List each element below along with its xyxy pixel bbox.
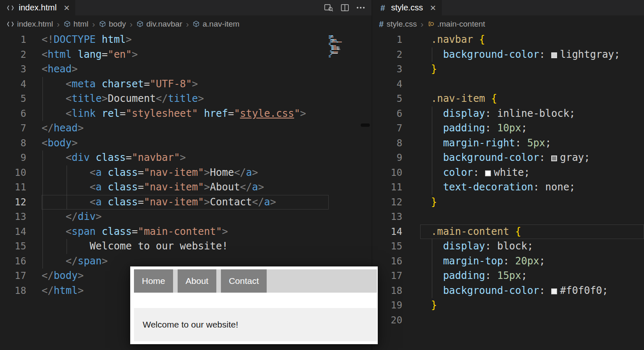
- token: :: [503, 255, 515, 267]
- line-number: 12: [372, 195, 402, 210]
- preview-main-content: Welcome to our website!: [134, 308, 377, 341]
- code-line-3[interactable]: <head>: [42, 62, 329, 77]
- code-line-11[interactable]: <a class="nav-item">About</a>: [42, 180, 329, 195]
- preview-nav-about[interactable]: About: [178, 269, 216, 293]
- code-line-7[interactable]: padding: 10px;: [420, 121, 644, 136]
- token: a: [96, 196, 102, 208]
- split-editor-icon[interactable]: [341, 4, 349, 12]
- color-swatch[interactable]: [551, 155, 557, 161]
- code-line-6[interactable]: display: inline-block;: [420, 106, 644, 121]
- token: {: [491, 93, 497, 104]
- token: background-color: [443, 152, 539, 163]
- color-swatch[interactable]: [551, 52, 557, 58]
- code-line-8[interactable]: margin-right: 5px;: [420, 136, 644, 151]
- code-line-6[interactable]: <link rel="stylesheet" href="style.css">: [42, 106, 329, 121]
- close-tab-icon[interactable]: ×: [64, 3, 69, 13]
- code-line-14[interactable]: .main-content {: [420, 224, 644, 239]
- code-line-10[interactable]: <a class="nav-item">Home</a>: [42, 165, 329, 180]
- close-tab-icon[interactable]: ×: [430, 3, 436, 13]
- code-line-20[interactable]: [420, 313, 644, 328]
- code-line-4[interactable]: [420, 77, 644, 92]
- code-line-15[interactable]: display: block;: [420, 239, 644, 254]
- code-line-18[interactable]: background-color: #f0f0f0;: [420, 283, 644, 298]
- breadcrumb-item[interactable]: html: [64, 20, 89, 29]
- color-swatch[interactable]: [485, 170, 491, 176]
- code-line-3[interactable]: }: [420, 62, 644, 77]
- token: >: [252, 167, 258, 178]
- breadcrumb-item[interactable]: a.nav-item: [193, 20, 240, 29]
- code-line-17[interactable]: padding: 15px;: [420, 269, 644, 283]
- breadcrumb: #style.css›.main-content: [372, 15, 644, 32]
- scrollbar-mark[interactable]: [361, 123, 370, 127]
- token: >: [222, 226, 228, 237]
- token: class: [102, 196, 138, 208]
- code-line-5[interactable]: .nav-item {: [420, 91, 644, 106]
- token: Home: [210, 167, 234, 178]
- token: a: [246, 167, 252, 178]
- indent-guide: [42, 106, 43, 121]
- color-swatch[interactable]: [551, 288, 557, 294]
- token: .main-content: [431, 226, 509, 237]
- token: head: [47, 63, 72, 75]
- minimap-line: [329, 38, 359, 39]
- breadcrumb-item[interactable]: .main-content: [427, 20, 485, 29]
- tab-style-css[interactable]: # style.css ×: [372, 0, 442, 15]
- code-line-2[interactable]: background-color: lightgray;: [420, 47, 644, 62]
- line-number: 17: [0, 269, 26, 283]
- token: <: [42, 137, 47, 149]
- indent-guide: [432, 283, 432, 298]
- code-line-14[interactable]: <span class="main-content">: [42, 224, 329, 239]
- code-line-13[interactable]: </div>: [42, 210, 329, 224]
- code-line-13[interactable]: [420, 210, 644, 224]
- token: >: [78, 122, 84, 134]
- open-preview-icon[interactable]: [324, 4, 333, 12]
- code-line-9[interactable]: background-color: gray;: [420, 150, 644, 165]
- token: [42, 181, 90, 193]
- preview-nav-home[interactable]: Home: [134, 269, 173, 293]
- tab-index-html[interactable]: index.html ×: [0, 0, 75, 15]
- tab-bar-left: index.html ×: [0, 0, 372, 15]
- token: :: [485, 122, 497, 134]
- token: ;: [539, 255, 545, 267]
- code-line-8[interactable]: <body>: [42, 136, 329, 151]
- code-line-1[interactable]: .navbar {: [420, 32, 644, 47]
- code-line-11[interactable]: text-decoration: none;: [420, 180, 644, 195]
- minimap-line: [329, 35, 359, 36]
- breadcrumb-item[interactable]: body: [99, 20, 126, 29]
- token: [42, 93, 66, 104]
- code-line-12[interactable]: <a class="nav-item">Contact</a>: [42, 195, 329, 210]
- code-lines[interactable]: .navbar { background-color: lightgray;}.…: [420, 32, 644, 350]
- code-line-4[interactable]: <meta charset="UTF-8">: [42, 77, 329, 92]
- token: span: [72, 226, 96, 237]
- indent-guide: [42, 165, 43, 180]
- code-line-12[interactable]: }: [420, 195, 644, 210]
- token: [431, 181, 443, 193]
- code-line-19[interactable]: }: [420, 298, 644, 313]
- breadcrumb-item[interactable]: index.html: [7, 20, 53, 29]
- token: >: [102, 93, 108, 104]
- token: [42, 108, 66, 119]
- breadcrumb-item[interactable]: #style.css: [379, 20, 417, 29]
- code-line-15[interactable]: Welcome to our website!: [42, 239, 329, 254]
- code-line-10[interactable]: color: white;: [420, 165, 644, 180]
- breadcrumb-item[interactable]: div.navbar: [136, 20, 182, 29]
- browser-preview-window: HomeAboutContact Welcome to our website!: [130, 266, 378, 344]
- code-line-7[interactable]: </head>: [42, 121, 329, 136]
- token: "navbar": [132, 152, 180, 163]
- more-actions-icon[interactable]: [357, 7, 365, 9]
- code-line-5[interactable]: <title>Document</title>: [42, 91, 329, 106]
- preview-nav-contact[interactable]: Contact: [221, 269, 267, 293]
- indent-guide: [42, 195, 43, 210]
- code-line-16[interactable]: margin-top: 20px;: [420, 254, 644, 269]
- symbol-cube-icon: [136, 20, 144, 27]
- minimap-line: [329, 55, 359, 56]
- code-line-1[interactable]: <!DOCTYPE html>: [42, 32, 329, 47]
- symbol-cube-icon: [64, 20, 71, 27]
- token: 5px: [527, 137, 545, 149]
- token: title: [72, 93, 102, 104]
- minimap-token: [334, 52, 338, 52]
- code-line-2[interactable]: <html lang="en">: [42, 47, 329, 62]
- code-line-9[interactable]: <div class="navbar">: [42, 150, 329, 165]
- line-number: 6: [372, 106, 402, 121]
- token: >: [132, 49, 138, 60]
